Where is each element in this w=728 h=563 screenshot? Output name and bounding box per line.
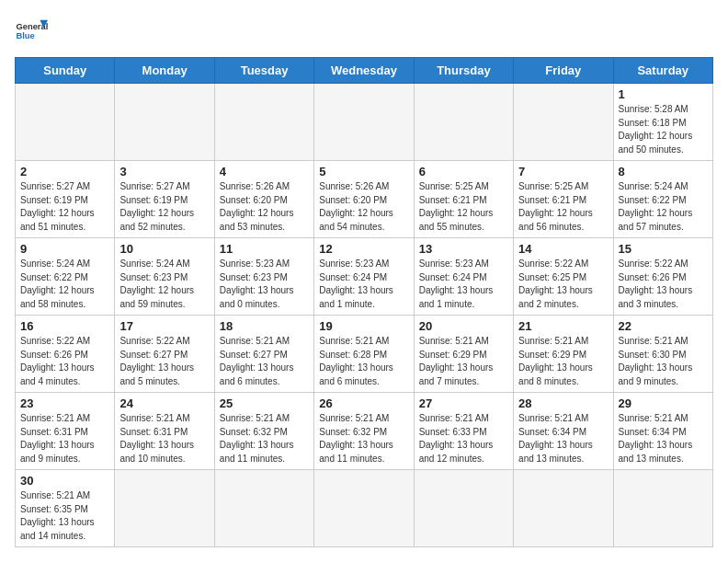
calendar-cell: 13Sunrise: 5:23 AMSunset: 6:24 PMDayligh… <box>414 238 513 316</box>
calendar-cell <box>613 470 712 547</box>
calendar-cell: 21Sunrise: 5:21 AMSunset: 6:29 PMDayligh… <box>514 316 613 393</box>
calendar-cell: 17Sunrise: 5:22 AMSunset: 6:27 PMDayligh… <box>115 316 214 393</box>
calendar-cell <box>414 84 513 161</box>
day-number: 25 <box>220 396 309 410</box>
day-number: 14 <box>518 242 608 256</box>
day-info: Sunrise: 5:23 AMSunset: 6:23 PMDaylight:… <box>220 258 309 311</box>
calendar-table: SundayMondayTuesdayWednesdayThursdayFrid… <box>15 57 713 547</box>
day-info: Sunrise: 5:26 AMSunset: 6:20 PMDaylight:… <box>220 180 309 234</box>
day-info: Sunrise: 5:25 AMSunset: 6:21 PMDaylight:… <box>518 180 608 234</box>
calendar-cell <box>214 470 313 547</box>
calendar-cell: 4Sunrise: 5:26 AMSunset: 6:20 PMDaylight… <box>214 161 313 238</box>
day-number: 29 <box>619 396 708 410</box>
day-info: Sunrise: 5:25 AMSunset: 6:21 PMDaylight:… <box>419 180 508 234</box>
day-info: Sunrise: 5:21 AMSunset: 6:29 PMDaylight:… <box>518 335 608 388</box>
day-info: Sunrise: 5:22 AMSunset: 6:26 PMDaylight:… <box>20 335 109 388</box>
calendar-cell: 5Sunrise: 5:26 AMSunset: 6:20 PMDaylight… <box>314 161 414 238</box>
calendar-cell <box>16 84 115 161</box>
day-number: 4 <box>220 165 309 178</box>
day-info: Sunrise: 5:21 AMSunset: 6:32 PMDaylight:… <box>319 412 408 465</box>
calendar-cell: 9Sunrise: 5:24 AMSunset: 6:22 PMDaylight… <box>16 238 115 316</box>
calendar-cell: 3Sunrise: 5:27 AMSunset: 6:19 PMDaylight… <box>115 161 214 238</box>
calendar-cell: 6Sunrise: 5:25 AMSunset: 6:21 PMDaylight… <box>414 161 513 238</box>
day-number: 2 <box>20 165 109 178</box>
calendar-cell: 16Sunrise: 5:22 AMSunset: 6:26 PMDayligh… <box>16 316 115 393</box>
calendar-body: 1Sunrise: 5:28 AMSunset: 6:18 PMDaylight… <box>16 84 713 547</box>
calendar-cell: 22Sunrise: 5:21 AMSunset: 6:30 PMDayligh… <box>613 316 712 393</box>
day-number: 7 <box>518 165 608 178</box>
header: General Blue <box>15 15 713 48</box>
day-number: 3 <box>119 165 209 178</box>
weekday-header-wednesday: Wednesday <box>314 58 414 84</box>
svg-text:Blue: Blue <box>16 31 34 40</box>
day-number: 30 <box>20 474 109 488</box>
calendar-cell: 27Sunrise: 5:21 AMSunset: 6:33 PMDayligh… <box>414 393 513 470</box>
day-number: 18 <box>220 319 309 333</box>
day-number: 21 <box>518 319 608 333</box>
day-number: 17 <box>119 319 209 333</box>
day-number: 19 <box>319 319 408 333</box>
calendar-cell: 19Sunrise: 5:21 AMSunset: 6:28 PMDayligh… <box>314 316 414 393</box>
day-info: Sunrise: 5:21 AMSunset: 6:30 PMDaylight:… <box>619 335 708 388</box>
calendar-cell: 7Sunrise: 5:25 AMSunset: 6:21 PMDaylight… <box>514 161 613 238</box>
day-info: Sunrise: 5:27 AMSunset: 6:19 PMDaylight:… <box>119 180 209 234</box>
logo: General Blue <box>15 15 48 48</box>
calendar-cell <box>214 84 313 161</box>
day-info: Sunrise: 5:22 AMSunset: 6:25 PMDaylight:… <box>518 258 608 311</box>
calendar-cell: 20Sunrise: 5:21 AMSunset: 6:29 PMDayligh… <box>414 316 513 393</box>
day-info: Sunrise: 5:22 AMSunset: 6:27 PMDaylight:… <box>119 335 209 388</box>
calendar-cell: 28Sunrise: 5:21 AMSunset: 6:34 PMDayligh… <box>514 393 613 470</box>
day-number: 16 <box>20 319 109 333</box>
calendar-week-2: 2Sunrise: 5:27 AMSunset: 6:19 PMDaylight… <box>16 161 713 238</box>
calendar-cell: 23Sunrise: 5:21 AMSunset: 6:31 PMDayligh… <box>16 393 115 470</box>
calendar-week-3: 9Sunrise: 5:24 AMSunset: 6:22 PMDaylight… <box>16 238 713 316</box>
calendar-cell <box>514 84 613 161</box>
day-info: Sunrise: 5:22 AMSunset: 6:26 PMDaylight:… <box>619 258 708 311</box>
calendar-cell: 18Sunrise: 5:21 AMSunset: 6:27 PMDayligh… <box>214 316 313 393</box>
calendar-week-1: 1Sunrise: 5:28 AMSunset: 6:18 PMDaylight… <box>16 84 713 161</box>
calendar-week-5: 23Sunrise: 5:21 AMSunset: 6:31 PMDayligh… <box>16 393 713 470</box>
day-info: Sunrise: 5:26 AMSunset: 6:20 PMDaylight:… <box>319 180 408 234</box>
day-info: Sunrise: 5:21 AMSunset: 6:27 PMDaylight:… <box>220 335 309 388</box>
day-info: Sunrise: 5:21 AMSunset: 6:34 PMDaylight:… <box>518 412 608 465</box>
day-number: 20 <box>419 319 508 333</box>
day-number: 9 <box>20 242 109 256</box>
calendar-cell: 15Sunrise: 5:22 AMSunset: 6:26 PMDayligh… <box>613 238 712 316</box>
day-info: Sunrise: 5:21 AMSunset: 6:31 PMDaylight:… <box>119 412 209 465</box>
day-number: 1 <box>619 87 708 101</box>
calendar-cell: 25Sunrise: 5:21 AMSunset: 6:32 PMDayligh… <box>214 393 313 470</box>
calendar-cell <box>115 84 214 161</box>
day-info: Sunrise: 5:24 AMSunset: 6:22 PMDaylight:… <box>20 258 109 311</box>
calendar-cell: 26Sunrise: 5:21 AMSunset: 6:32 PMDayligh… <box>314 393 414 470</box>
day-number: 12 <box>319 242 408 256</box>
calendar-cell <box>414 470 513 547</box>
day-info: Sunrise: 5:21 AMSunset: 6:29 PMDaylight:… <box>419 335 508 388</box>
day-number: 6 <box>419 165 508 178</box>
calendar-cell: 30Sunrise: 5:21 AMSunset: 6:35 PMDayligh… <box>16 470 115 547</box>
calendar-cell: 24Sunrise: 5:21 AMSunset: 6:31 PMDayligh… <box>115 393 214 470</box>
day-info: Sunrise: 5:28 AMSunset: 6:18 PMDaylight:… <box>619 103 708 156</box>
weekday-header-monday: Monday <box>115 58 214 84</box>
day-info: Sunrise: 5:21 AMSunset: 6:32 PMDaylight:… <box>220 412 309 465</box>
logo-icon: General Blue <box>15 15 48 48</box>
calendar-cell: 8Sunrise: 5:24 AMSunset: 6:22 PMDaylight… <box>613 161 712 238</box>
weekday-header-friday: Friday <box>514 58 613 84</box>
calendar-cell <box>514 470 613 547</box>
day-number: 8 <box>619 165 708 178</box>
weekday-header-sunday: Sunday <box>16 58 115 84</box>
calendar-cell <box>115 470 214 547</box>
day-number: 23 <box>20 396 109 410</box>
day-number: 10 <box>119 242 209 256</box>
calendar-cell: 12Sunrise: 5:23 AMSunset: 6:24 PMDayligh… <box>314 238 414 316</box>
weekday-header-row: SundayMondayTuesdayWednesdayThursdayFrid… <box>16 58 713 84</box>
day-number: 22 <box>619 319 708 333</box>
day-info: Sunrise: 5:23 AMSunset: 6:24 PMDaylight:… <box>419 258 508 311</box>
calendar-cell: 2Sunrise: 5:27 AMSunset: 6:19 PMDaylight… <box>16 161 115 238</box>
calendar-cell <box>314 470 414 547</box>
day-info: Sunrise: 5:21 AMSunset: 6:31 PMDaylight:… <box>20 412 109 465</box>
calendar-cell: 10Sunrise: 5:24 AMSunset: 6:23 PMDayligh… <box>115 238 214 316</box>
weekday-header-saturday: Saturday <box>613 58 712 84</box>
day-number: 24 <box>119 396 209 410</box>
calendar-cell: 11Sunrise: 5:23 AMSunset: 6:23 PMDayligh… <box>214 238 313 316</box>
day-number: 13 <box>419 242 508 256</box>
